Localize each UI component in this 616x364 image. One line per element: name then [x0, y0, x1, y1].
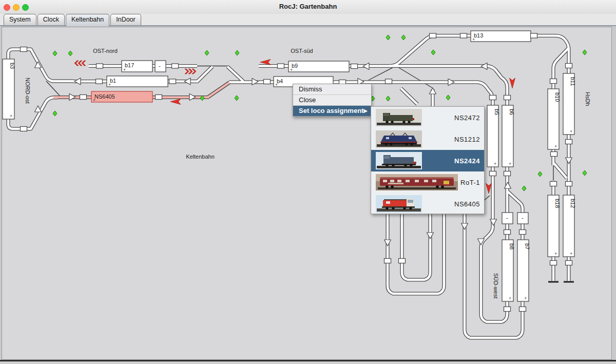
- svg-text:+: +: [472, 37, 475, 42]
- block-b3[interactable]: b3 +: [3, 59, 15, 119]
- menu-item-set-loco-assignment[interactable]: Set loco assignment▶: [293, 106, 371, 116]
- loco-item-ns2424[interactable]: NS2424: [371, 150, 484, 171]
- feedback-sensor[interactable]: [504, 307, 511, 312]
- app-window: RocJ: Gartenbahn System Clock Keltenbahn…: [0, 0, 616, 364]
- tab-keltenbahn[interactable]: Keltenbahn: [66, 14, 109, 26]
- feedback-sensor[interactable]: [80, 95, 87, 100]
- svg-text:+: +: [570, 251, 572, 256]
- feedback-sensor[interactable]: [566, 140, 572, 144]
- feedback-sensor[interactable]: [460, 33, 467, 38]
- label-ost-nord: OST-nord: [93, 48, 118, 54]
- svg-text:+: +: [275, 82, 278, 87]
- feedback-sensor[interactable]: [490, 171, 496, 176]
- svg-text:+: +: [570, 129, 572, 134]
- menu-item-close[interactable]: Close: [293, 95, 371, 106]
- block-b12[interactable]: b12 +: [563, 195, 576, 257]
- svg-text:b18: b18: [554, 199, 561, 208]
- svg-text:b8: b8: [509, 243, 515, 250]
- svg-text:+: +: [290, 67, 293, 72]
- feedback-sensor[interactable]: [172, 64, 179, 68]
- feedback-sensor[interactable]: [566, 261, 572, 265]
- feedback-sensor[interactable]: [519, 307, 526, 312]
- block-b8[interactable]: b8 +: [502, 240, 515, 301]
- feedback-sensor[interactable]: [550, 79, 557, 84]
- feedback-sensor[interactable]: [550, 182, 557, 186]
- svg-text:+: +: [524, 296, 527, 301]
- tab-system[interactable]: System: [4, 14, 36, 25]
- feedback-sensor[interactable]: [531, 33, 537, 38]
- feedback-sensor[interactable]: [21, 127, 27, 131]
- track-plan-panel[interactable]: b3 + b17 + - b1 +: [0, 26, 616, 364]
- svg-text:+: +: [554, 251, 557, 256]
- feedback-sensor[interactable]: [566, 64, 572, 68]
- menu-item-dismiss[interactable]: Dismiss: [293, 84, 371, 95]
- feedback-sensor[interactable]: [384, 259, 391, 263]
- block-b7[interactable]: b7 +: [517, 240, 530, 301]
- svg-text:+: +: [108, 82, 111, 87]
- label-keltenbahn: Keltenbahn: [186, 154, 215, 160]
- loco-item-ns6405[interactable]: NS6405: [371, 193, 484, 215]
- loco-photo-rot-1: [376, 174, 458, 190]
- block-b1[interactable]: b1 +: [107, 76, 168, 87]
- feedback-sensor[interactable]: [430, 33, 436, 38]
- loco-item-rot-1[interactable]: RoT-1: [371, 171, 484, 193]
- block-b18[interactable]: b18 +: [548, 195, 561, 257]
- block-b11[interactable]: b11 +: [563, 73, 576, 135]
- svg-text:+: +: [509, 296, 511, 301]
- feedback-sensor[interactable]: [551, 152, 557, 157]
- feedback-sensor[interactable]: [399, 259, 406, 263]
- loco-item-ns1212[interactable]: NS1212: [371, 128, 484, 150]
- svg-text:b17: b17: [125, 62, 134, 68]
- window-bottom-frame: [0, 361, 616, 364]
- block-ns6405-occupied[interactable]: NS6405 +: [91, 91, 152, 103]
- feedback-sensor[interactable]: [278, 64, 284, 68]
- feedback-sensor[interactable]: [21, 47, 27, 52]
- svg-text:b12: b12: [570, 199, 576, 208]
- loco-photo-ns6405: [376, 195, 422, 213]
- svg-text:b6: b6: [509, 109, 515, 115]
- feedback-sensor[interactable]: [156, 95, 162, 100]
- track-plan[interactable]: b3 + b17 + - b1 +: [0, 26, 616, 364]
- feedback-sensor[interactable]: [351, 64, 358, 69]
- feedback-sensor[interactable]: [504, 95, 511, 100]
- loco-photo-ns2424: [376, 152, 422, 169]
- loco-photo-ns2472: [376, 109, 422, 126]
- feedback-sensor[interactable]: [566, 182, 572, 186]
- loco-item-ns2472[interactable]: NS2472: [371, 107, 484, 128]
- label-ost-sued: OST-süd: [291, 48, 313, 54]
- svg-text:-: -: [522, 215, 524, 221]
- block-b6[interactable]: b6 +: [502, 105, 515, 167]
- block-b10[interactable]: b10 +: [548, 89, 561, 149]
- svg-text:+: +: [93, 98, 95, 103]
- feedback-sensor[interactable]: [264, 80, 271, 84]
- svg-text:+: +: [509, 161, 511, 166]
- svg-text:+: +: [554, 144, 557, 149]
- svg-text:NS6405: NS6405: [94, 93, 115, 100]
- feedback-sensor[interactable]: [504, 171, 511, 176]
- block-b13[interactable]: b13 +: [471, 31, 531, 42]
- feedback-sensor[interactable]: [504, 230, 511, 235]
- feedback-sensor[interactable]: [490, 95, 496, 100]
- block-minus-b8[interactable]: -: [502, 213, 513, 224]
- label-nord-ost: NORD-ost: [25, 78, 31, 104]
- submenu-arrow-icon: ▶: [363, 106, 368, 116]
- tab-clock[interactable]: Clock: [37, 14, 65, 25]
- block-b17[interactable]: b17 +: [122, 61, 152, 72]
- block-minus-top[interactable]: -: [155, 61, 166, 72]
- block-minus-b7[interactable]: -: [517, 213, 528, 224]
- svg-text:-: -: [159, 63, 161, 69]
- feedback-sensor[interactable]: [169, 79, 176, 84]
- block-b5[interactable]: b5 +: [487, 105, 500, 167]
- feedback-sensor[interactable]: [550, 261, 557, 265]
- feedback-sensor[interactable]: [519, 230, 526, 235]
- feedback-sensor[interactable]: [97, 64, 103, 68]
- svg-text:-: -: [506, 215, 508, 221]
- svg-text:b5: b5: [494, 109, 500, 115]
- svg-text:+: +: [10, 113, 12, 119]
- svg-text:b7: b7: [524, 243, 530, 250]
- block-b9[interactable]: b9 +: [288, 61, 349, 72]
- feedback-sensor[interactable]: [386, 79, 392, 84]
- tab-indoor[interactable]: InDoor: [110, 14, 141, 25]
- feedback-sensor[interactable]: [96, 79, 103, 84]
- label-hsdh: HsDh: [585, 92, 591, 106]
